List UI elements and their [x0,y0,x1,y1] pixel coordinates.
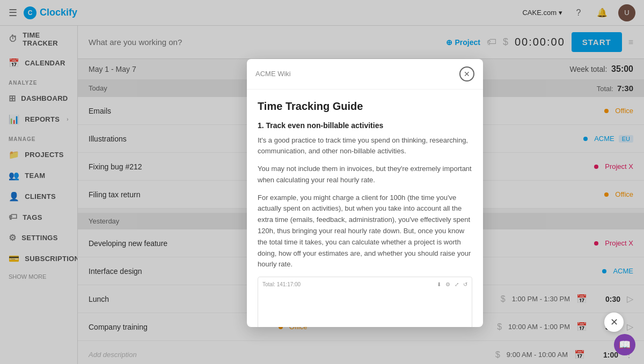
popup-header: ACME Wiki ✕ [247,59,483,90]
popup-section-title: 1. Track even non-billable activities [258,121,472,130]
chart-header: Total: 141:17:00 ⬇ ⚙ ⤢ ↺ [262,281,467,287]
chart-settings-icon[interactable]: ⚙ [445,281,450,287]
wiki-popup: ACME Wiki ✕ Time Tracking Guide 1. Track… [247,59,483,327]
close-bottom-button[interactable]: ✕ [604,313,624,332]
popup-para2: You may not include them in invoices, bu… [258,164,472,186]
chart-refresh-icon[interactable]: ↺ [463,281,467,287]
popup-close-button[interactable]: ✕ [459,66,474,81]
popup-body: Time Tracking Guide 1. Track even non-bi… [247,90,483,327]
popup-overlay[interactable]: ACME Wiki ✕ Time Tracking Guide 1. Track… [0,0,644,364]
chart-label-left: Total: 141:17:00 [262,281,301,287]
chart-bars: Apr 29 Apr 30 May 1 May 2 [262,292,467,326]
popup-para3: For example, you might charge a client f… [258,192,472,271]
popup-chart: Total: 141:17:00 ⬇ ⚙ ⤢ ↺ Apr 29 [258,277,472,326]
popup-title: ACME Wiki [255,70,291,78]
help-book-button[interactable]: 📖 [614,334,635,355]
chart-expand-icon[interactable]: ⤢ [455,281,459,287]
chart-export-icon[interactable]: ⬇ [437,281,441,287]
popup-para1: It's a good practice to track time you s… [258,135,472,158]
popup-heading: Time Tracking Guide [258,100,472,113]
